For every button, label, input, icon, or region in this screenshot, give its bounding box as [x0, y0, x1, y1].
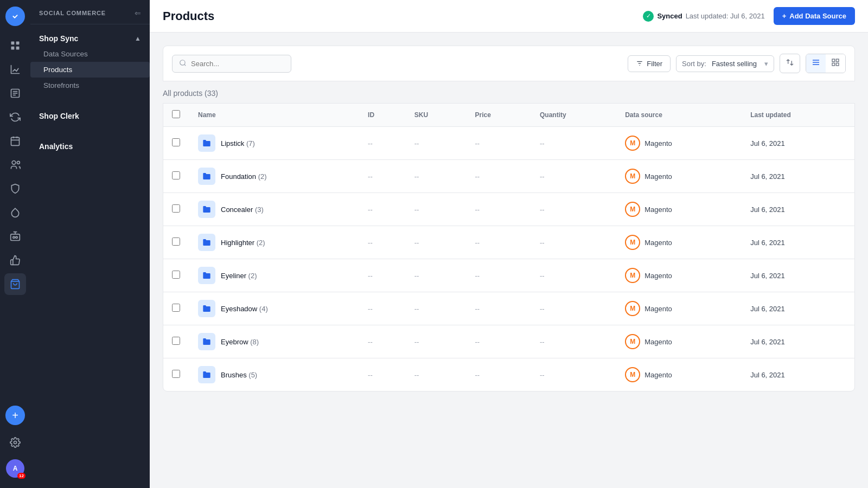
col-quantity: Quantity: [531, 104, 616, 127]
svg-point-14: [17, 161, 20, 164]
row-checkbox-cell: [163, 358, 189, 391]
row-sku: --: [406, 325, 467, 358]
row-name-cell: Eyeliner (2): [189, 259, 359, 292]
row-checkbox[interactable]: [172, 204, 180, 213]
folder-icon: [198, 300, 215, 317]
row-checkbox[interactable]: [172, 237, 180, 246]
filter-label: Filter: [647, 60, 662, 68]
search-input[interactable]: [191, 60, 284, 68]
row-checkbox-cell: [163, 325, 189, 358]
folder-icon: [198, 134, 215, 152]
shield-icon[interactable]: [4, 178, 26, 200]
bot-icon[interactable]: [4, 226, 26, 247]
sidebar-item-storefronts[interactable]: Storefronts: [30, 78, 150, 93]
shop-clerk-toggle[interactable]: Shop Clerk: [30, 106, 150, 124]
row-checkbox[interactable]: [172, 337, 180, 345]
folder-icon: [198, 366, 215, 383]
view-toggle: [806, 54, 846, 73]
sync-status: ✓ Synced Last updated: Jul 6, 2021: [643, 11, 764, 22]
svg-point-19: [14, 441, 17, 444]
grid-view-button[interactable]: [826, 54, 845, 73]
svg-point-13: [12, 161, 16, 165]
svg-line-21: [184, 64, 186, 66]
row-checkbox[interactable]: [172, 171, 180, 179]
shop-sync-toggle[interactable]: Shop Sync ▲: [30, 31, 150, 46]
row-checkbox[interactable]: [172, 370, 180, 378]
user-avatar[interactable]: A 12: [4, 458, 26, 479]
swap-icon[interactable]: [780, 54, 800, 73]
team-icon[interactable]: [4, 154, 26, 176]
calendar-icon[interactable]: [4, 130, 26, 152]
row-price: --: [466, 127, 531, 160]
row-id: --: [359, 193, 406, 226]
magento-logo: M: [625, 169, 640, 184]
section-label: SOCIAL COMMERCE: [39, 10, 106, 16]
magento-name: Magento: [644, 172, 672, 181]
folder-icon: [198, 267, 215, 284]
settings-icon[interactable]: [4, 432, 26, 453]
search-box[interactable]: [172, 55, 291, 73]
list-view-button[interactable]: [806, 54, 826, 73]
sidebar-item-products[interactable]: Products: [30, 62, 150, 78]
sync-icon[interactable]: [4, 106, 26, 128]
svg-point-17: [16, 236, 17, 238]
col-name: Name: [189, 104, 359, 127]
row-qty: --: [531, 127, 616, 160]
add-data-source-button[interactable]: + Add Data Source: [774, 7, 855, 25]
row-updated: Jul 6, 2021: [742, 226, 854, 259]
products-table-wrapper: Name ID SKU Price Quantity Data source L…: [163, 103, 855, 391]
notification-badge: 12: [17, 473, 25, 479]
nav-sidebar-header: SOCIAL COMMERCE ⇐: [30, 0, 150, 24]
sidebar-item-data-sources[interactable]: Data Sources: [30, 46, 150, 62]
analytics-toggle[interactable]: Analytics: [30, 137, 150, 154]
like-icon[interactable]: [4, 249, 26, 271]
row-price: --: [466, 193, 531, 226]
toolbar: Filter Sort by: Fastest selling ▾: [163, 46, 855, 81]
row-name-cell: Brushes (5): [189, 358, 359, 391]
svg-point-0: [10, 11, 20, 21]
select-all-checkbox[interactable]: [172, 110, 180, 118]
row-qty: --: [531, 193, 616, 226]
dashboard-icon[interactable]: [4, 35, 26, 56]
folder-icon: [198, 333, 215, 350]
magento-name: Magento: [644, 139, 672, 147]
main-content: Products ✓ Synced Last updated: Jul 6, 2…: [150, 0, 868, 488]
row-sku: --: [406, 358, 467, 391]
product-count: (4): [259, 305, 268, 313]
product-count: (8): [250, 338, 259, 346]
magento-logo: M: [625, 268, 640, 283]
row-updated: Jul 6, 2021: [742, 358, 854, 391]
row-checkbox[interactable]: [172, 271, 180, 279]
svg-rect-4: [16, 47, 20, 50]
product-name: Highlighter (2): [221, 239, 265, 247]
collapse-icon[interactable]: ⇐: [135, 9, 141, 17]
shop-icon[interactable]: [4, 273, 26, 295]
analytics-group: Analytics: [30, 130, 150, 160]
plus-icon: +: [782, 12, 787, 20]
filter-button[interactable]: Filter: [628, 55, 671, 72]
svg-rect-28: [832, 59, 835, 62]
table-header-row: Name ID SKU Price Quantity Data source L…: [163, 104, 854, 127]
row-checkbox[interactable]: [172, 304, 180, 312]
sort-dropdown[interactable]: Sort by: Fastest selling ▾: [676, 55, 774, 72]
sort-value: Fastest selling: [712, 60, 757, 68]
table-row: Eyeshadow (4) -- -- -- -- M Magento Jul …: [163, 292, 854, 325]
chart-icon[interactable]: [4, 59, 26, 80]
drops-icon[interactable]: [4, 202, 26, 223]
product-count: (2): [257, 239, 265, 247]
row-checkbox-cell: [163, 259, 189, 292]
row-checkbox[interactable]: [172, 138, 180, 146]
magento-logo: M: [625, 301, 640, 316]
search-icon: [179, 59, 187, 68]
add-button[interactable]: +: [5, 406, 25, 425]
svg-rect-2: [16, 42, 20, 45]
app-logo[interactable]: [5, 7, 25, 26]
orders-icon[interactable]: [4, 82, 26, 104]
svg-rect-29: [836, 59, 839, 62]
topbar: Products ✓ Synced Last updated: Jul 6, 2…: [150, 0, 868, 33]
table-row: Highlighter (2) -- -- -- -- M Magento Ju…: [163, 226, 854, 259]
row-id: --: [359, 226, 406, 259]
toolbar-right: Filter Sort by: Fastest selling ▾: [628, 54, 846, 73]
svg-rect-3: [11, 47, 15, 50]
row-name-cell: Eyebrow (8): [189, 325, 359, 358]
